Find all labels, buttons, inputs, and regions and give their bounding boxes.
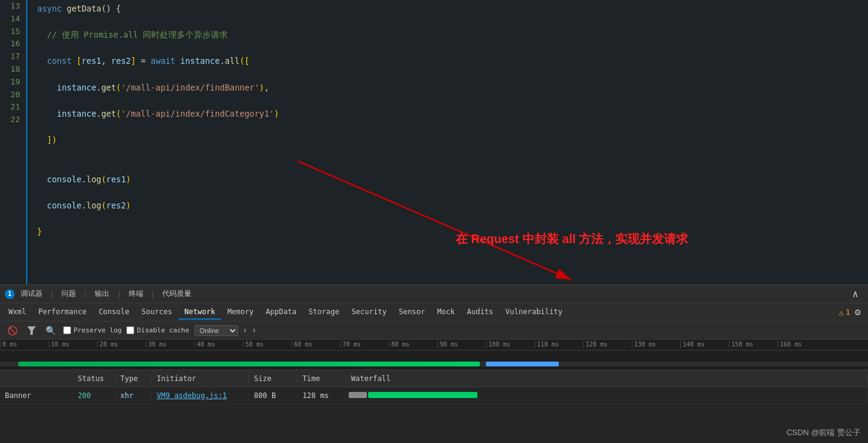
filter-button[interactable] [25, 325, 38, 336]
network-toolbar: 🚫 🔍 Preserve log Disable cache Online Fa… [0, 321, 868, 340]
tab-appdata[interactable]: AppData [259, 305, 302, 320]
warning-count: 1 [846, 308, 850, 317]
col-initiator: Initiator [152, 374, 249, 383]
table-header: Status Type Initiator Size Time Waterfal… [0, 370, 868, 387]
tab-wxml[interactable]: Wxml [2, 305, 32, 320]
network-tabbar: Wxml Performance Console Sources Network… [0, 303, 868, 321]
tab-memory[interactable]: Memory [221, 305, 259, 320]
devtools-top-tabbar: 1 调试器 | 问题 | 输出 | 终端 | 代码质量 ∧ [0, 285, 868, 303]
devtools-close-button[interactable]: ∧ [847, 288, 863, 300]
waterfall-wait-bar [349, 392, 367, 398]
col-time: Time [298, 374, 346, 383]
devtools-panel: 1 调试器 | 问题 | 输出 | 终端 | 代码质量 ∧ Wxml Perfo… [0, 284, 868, 443]
clear-button[interactable]: 🚫 [5, 325, 20, 337]
tab-issues[interactable]: 问题 [58, 287, 80, 300]
row-status: 200 [73, 391, 115, 400]
row-time: 128 ms [298, 391, 346, 400]
tab-terminal[interactable]: 终端 [125, 287, 147, 300]
tab-audits[interactable]: Audits [461, 305, 499, 320]
disable-cache-checkbox[interactable]: Disable cache [126, 326, 189, 334]
waterfall-receive-bar [368, 392, 477, 398]
waterfall-blue-bar [486, 362, 559, 366]
settings-icon[interactable]: ⚙ [855, 306, 861, 318]
debugger-badge: 1 [5, 289, 15, 299]
download-icon: ⬇ [252, 326, 256, 335]
tab-sources[interactable]: Sources [135, 305, 179, 320]
tab-output[interactable]: 输出 [91, 287, 113, 300]
network-tab-right: ⚠ 1 ⚙ [839, 306, 866, 318]
line-numbers: 13 14 15 16 17 18 19 20 21 22 [0, 0, 27, 284]
row-type: xhr [115, 391, 152, 400]
timeline-ruler: 0 ms 10 ms 20 ms 30 ms 40 ms 50 ms 60 ms… [0, 340, 868, 351]
code-editor: 13 14 15 16 17 18 19 20 21 22 async getD… [0, 0, 868, 284]
preserve-log-checkbox[interactable]: Preserve log [63, 326, 121, 334]
annotation-text: 在 Request 中封装 all 方法，实现并发请求 [456, 231, 688, 247]
timeline-area[interactable]: 0 ms 10 ms 20 ms 30 ms 40 ms 50 ms 60 ms… [0, 340, 868, 370]
tab-sensor[interactable]: Sensor [392, 305, 431, 320]
tab-storage[interactable]: Storage [302, 305, 346, 320]
svg-marker-2 [27, 326, 36, 335]
warning-badge: ⚠ 1 [839, 307, 850, 317]
col-status: Status [73, 374, 115, 383]
row-initiator[interactable]: VM9 asdebug.js:1 [152, 391, 249, 400]
table-row[interactable]: Banner 200 xhr VM9 asdebug.js:1 800 B 12… [0, 387, 868, 404]
search-button[interactable]: 🔍 [43, 325, 58, 337]
tab-mock[interactable]: Mock [431, 305, 461, 320]
network-table: Status Type Initiator Size Time Waterfal… [0, 370, 868, 443]
col-type: Type [115, 374, 152, 383]
row-waterfall [346, 387, 868, 404]
tab-security[interactable]: Security [346, 305, 393, 320]
waterfall-green-bar [18, 362, 480, 366]
row-name: Banner [0, 391, 73, 400]
tab-console[interactable]: Console [92, 305, 135, 320]
warning-icon: ⚠ [839, 307, 844, 317]
timeline-waterfall [0, 351, 868, 369]
tab-debugger[interactable]: 调试器 [17, 287, 46, 300]
tab-vulnerability[interactable]: Vulnerability [499, 305, 569, 320]
col-size: Size [249, 374, 298, 383]
throttle-select[interactable]: Online Fast 3G Slow 3G Offline [194, 325, 238, 336]
csdn-watermark: CSDN @前端 贾公子 [787, 427, 861, 438]
tab-performance[interactable]: Performance [32, 305, 92, 320]
row-size: 800 B [249, 391, 298, 400]
tab-code-quality[interactable]: 代码质量 [159, 287, 195, 300]
tab-network[interactable]: Network [179, 305, 222, 320]
upload-icon: ⬆ [243, 326, 247, 335]
col-waterfall: Waterfall [346, 374, 868, 383]
code-content: async getData() { // 使用 Promise.all 同时处理… [27, 0, 868, 284]
